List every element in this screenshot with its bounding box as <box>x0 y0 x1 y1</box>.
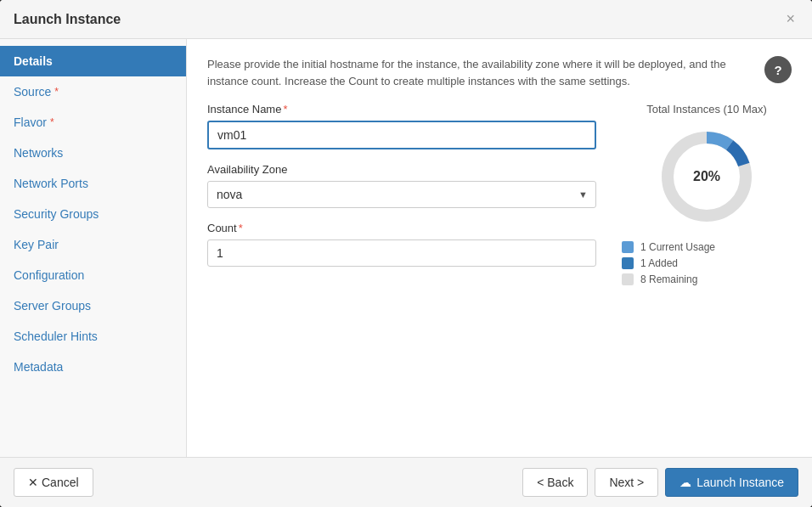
cancel-button[interactable]: ✕ Cancel <box>14 468 93 497</box>
donut-percentage-label: 20% <box>693 169 720 184</box>
donut-chart: 20% <box>656 126 758 228</box>
back-button[interactable]: < Back <box>522 468 588 497</box>
sidebar-item-scheduler-hints[interactable]: Scheduler Hints <box>0 321 186 352</box>
sidebar-item-server-groups[interactable]: Server Groups <box>0 290 186 321</box>
footer-right: < Back Next > ☁ Launch Instance <box>522 468 798 497</box>
modal-title: Launch Instance <box>14 12 121 27</box>
instance-name-input[interactable] <box>207 121 596 149</box>
sidebar-item-security-groups[interactable]: Security Groups <box>0 199 186 229</box>
sidebar-item-key-pair[interactable]: Key Pair <box>0 229 186 260</box>
legend-item-remaining: 8 Remaining <box>622 273 792 285</box>
sidebar-item-details[interactable]: Details <box>0 46 186 76</box>
sidebar-item-configuration[interactable]: Configuration <box>0 260 186 290</box>
main-content: Please provide the initial hostname for … <box>187 39 812 457</box>
availability-zone-select-wrapper: nova ▼ <box>207 181 596 208</box>
count-input[interactable] <box>207 239 596 267</box>
legend-count-current-usage: 1 Current Usage <box>640 241 715 253</box>
content-description: Please provide the initial hostname for … <box>207 56 792 89</box>
instance-name-label: Instance Name* <box>207 103 596 115</box>
cancel-x-icon: ✕ <box>28 476 38 489</box>
legend-color-remaining <box>622 273 634 285</box>
availability-zone-select[interactable]: nova <box>207 181 596 208</box>
description-text: Please provide the initial hostname for … <box>207 58 726 87</box>
sidebar-item-flavor[interactable]: Flavor * <box>0 107 186 138</box>
sidebar-item-network-ports[interactable]: Network Ports <box>0 168 186 199</box>
instance-name-required: * <box>283 103 287 115</box>
count-label: Count* <box>207 222 596 234</box>
form-section: Instance Name* Availability Zone nova ▼ <box>207 103 596 440</box>
availability-zone-label: Availability Zone <box>207 163 596 176</box>
launch-label: Launch Instance <box>696 476 784 489</box>
legend-item-current-usage: 1 Current Usage <box>622 241 792 253</box>
legend-color-added <box>622 257 634 269</box>
chart-section: Total Instances (10 Max) 20% <box>622 103 792 440</box>
chart-legend: 1 Current Usage1 Added8 Remaining <box>622 241 792 290</box>
sidebar-item-metadata[interactable]: Metadata <box>0 352 186 382</box>
sidebar-item-flavor-required: * <box>50 116 54 128</box>
legend-count-added: 1 Added <box>640 257 678 269</box>
footer-left: ✕ Cancel <box>14 468 93 497</box>
close-button[interactable]: × <box>782 10 798 28</box>
sidebar-item-source[interactable]: Source * <box>0 76 186 107</box>
sidebar: DetailsSource *Flavor *NetworksNetwork P… <box>0 39 187 457</box>
launch-instance-button[interactable]: ☁ Launch Instance <box>665 468 798 497</box>
content-inner: Instance Name* Availability Zone nova ▼ <box>207 103 792 440</box>
cloud-icon: ☁ <box>679 476 691 489</box>
count-required: * <box>239 222 243 234</box>
next-button[interactable]: Next > <box>595 468 658 497</box>
count-group: Count* <box>207 222 596 267</box>
modal-overlay: Launch Instance × DetailsSource *Flavor … <box>0 0 812 507</box>
availability-zone-group: Availability Zone nova ▼ <box>207 163 596 208</box>
help-button[interactable]: ? <box>764 56 792 83</box>
legend-item-added: 1 Added <box>622 257 792 269</box>
chart-title: Total Instances (10 Max) <box>646 103 767 115</box>
modal-footer: ✕ Cancel < Back Next > ☁ Launch Instance <box>0 457 812 507</box>
sidebar-item-source-required: * <box>54 86 59 98</box>
sidebar-item-networks[interactable]: Networks <box>0 138 186 168</box>
cancel-label: Cancel <box>42 476 79 489</box>
modal-header: Launch Instance × <box>0 0 812 39</box>
launch-instance-modal: Launch Instance × DetailsSource *Flavor … <box>0 0 812 507</box>
legend-color-current-usage <box>622 241 634 253</box>
legend-count-remaining: 8 Remaining <box>640 273 697 285</box>
instance-name-group: Instance Name* <box>207 103 596 149</box>
modal-body: DetailsSource *Flavor *NetworksNetwork P… <box>0 39 812 457</box>
